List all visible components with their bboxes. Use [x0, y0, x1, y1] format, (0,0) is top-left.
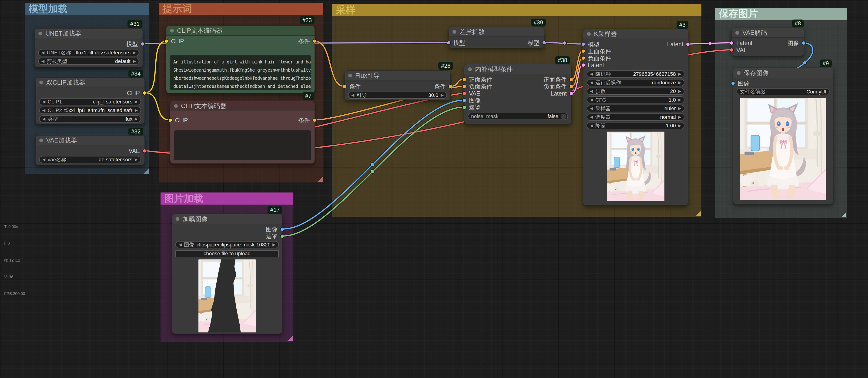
combo-next-icon[interactable]: ▶	[678, 98, 681, 102]
group-sampling-title[interactable]: 采样	[332, 4, 702, 16]
node-differential-diffusion[interactable]: 差异扩散 模型 模型	[448, 27, 545, 48]
conditioning-output-port[interactable]	[448, 84, 453, 89]
latent-output-port[interactable]	[686, 42, 690, 46]
widget-value: 1.0	[669, 97, 676, 103]
combo-next-icon[interactable]: ▶	[678, 115, 681, 119]
node-dual-clip-loader[interactable]: 双CLIP加载器 CLIP ◀ CLIP1 clip_l.safetensors…	[35, 77, 145, 124]
model-input-port[interactable]	[447, 41, 451, 45]
combo-prev-icon[interactable]: ◀	[42, 117, 45, 121]
combo-next-icon[interactable]: ▶	[441, 93, 444, 97]
latent-input-port[interactable]	[581, 63, 585, 67]
vae-output-port[interactable]	[143, 149, 147, 153]
prompt-textarea[interactable]: An illustration of a girl with pink hair…	[170, 55, 311, 90]
filename-prefix-field[interactable]: 文件名前缀 ComfyUI	[737, 88, 830, 95]
vae-input-port[interactable]	[462, 91, 466, 96]
combo-next-icon[interactable]: ▶	[133, 51, 136, 55]
combo-next-icon[interactable]: ▶	[135, 158, 138, 162]
combo-prev-icon[interactable]: ◀	[590, 115, 593, 119]
combo-prev-icon[interactable]: ◀	[41, 51, 44, 55]
node-save-image[interactable]: 保存图像 图像 文件名前缀 ComfyUI	[733, 68, 833, 204]
conditioning-input-port[interactable]	[462, 84, 466, 89]
combo-next-icon[interactable]: ▶	[678, 89, 681, 93]
latent-output-port[interactable]	[569, 91, 574, 96]
image-input-port[interactable]	[731, 81, 735, 85]
image-input-port[interactable]	[462, 98, 466, 103]
node-vae-loader[interactable]: VAE加载器 VAE ◀ vae名称 ae.safetensors ▶	[35, 135, 145, 165]
conditioning-input-port[interactable]	[342, 84, 347, 89]
scheduler-widget[interactable]: ◀ 调度器 normal ▶	[587, 113, 684, 121]
combo-next-icon[interactable]: ▶	[135, 108, 138, 112]
node-flux-guidance[interactable]: Flux引导 条件 条件 ◀ 引导 30.0 ▶	[344, 70, 451, 100]
image-output-port[interactable]	[802, 41, 806, 45]
seed-control-widget[interactable]: ◀ 运行后操作 randomize ▶	[587, 79, 684, 86]
conditioning-input-port[interactable]	[462, 77, 466, 81]
model-output-port[interactable]	[542, 41, 546, 45]
group-prompt-title[interactable]: 提示词	[159, 3, 323, 15]
combo-prev-icon[interactable]: ◀	[590, 72, 593, 76]
combo-prev-icon[interactable]: ◀	[42, 100, 45, 104]
seed-widget[interactable]: ◀ 随机种 279653546627158 ▶	[587, 70, 684, 78]
combo-next-icon[interactable]: ▶	[678, 106, 681, 110]
prompt-textarea[interactable]	[174, 130, 311, 160]
steps-widget[interactable]: ◀ 步数 20 ▶	[587, 88, 684, 95]
cfg-widget[interactable]: ◀ CFG 1.0 ▶	[587, 96, 684, 103]
latent-input-port[interactable]	[730, 41, 734, 45]
combo-next-icon[interactable]: ▶	[135, 117, 138, 121]
conditioning-input-port[interactable]	[581, 49, 585, 53]
node-clip-text-encode-negative[interactable]: CLIP文本编码器 CLIP 条件	[170, 101, 315, 164]
image-output-port[interactable]	[280, 227, 284, 231]
combo-next-icon[interactable]: ▶	[678, 72, 681, 76]
combo-next-icon[interactable]: ▶	[678, 81, 681, 84]
vae-input-port[interactable]	[730, 48, 734, 52]
clip-output-port[interactable]	[143, 91, 147, 95]
group-model-load-title[interactable]: 模型加载	[25, 3, 149, 15]
combo-next-icon[interactable]: ▶	[133, 59, 136, 63]
guidance-widget[interactable]: ◀ 引导 30.0 ▶	[348, 92, 447, 99]
vae-name-widget[interactable]: ◀ vae名称 ae.safetensors ▶	[39, 156, 141, 163]
combo-prev-icon[interactable]: ◀	[351, 93, 354, 97]
image-file-widget[interactable]: ◀ 图像 clipspace/clipspace-mask-10820... ▶	[176, 241, 279, 248]
node-load-image[interactable]: 加载图像 图像 遮罩 ◀ 图像 clipspace/clipspace-mask…	[172, 214, 282, 334]
combo-prev-icon[interactable]: ◀	[41, 59, 44, 63]
clip-type-widget[interactable]: ◀ 类型 flux ▶	[39, 115, 141, 123]
combo-prev-icon[interactable]: ◀	[590, 98, 593, 102]
node-unet-loader[interactable]: UNET加载器 模型 ◀ UNET名称 flux1-fill-dev.safet…	[34, 28, 143, 67]
unet-name-widget[interactable]: ◀ UNET名称 flux1-fill-dev.safetensors ▶	[38, 49, 139, 56]
conditioning-output-port[interactable]	[569, 84, 574, 89]
group-save-image-title[interactable]: 保存图片	[715, 8, 847, 20]
workflow-canvas[interactable]: 模型加载 提示词 采样 保存图片 图片加载	[0, 0, 868, 378]
combo-prev-icon[interactable]: ◀	[590, 106, 593, 110]
combo-prev-icon[interactable]: ◀	[590, 124, 593, 128]
combo-prev-icon[interactable]: ◀	[590, 81, 593, 84]
conditioning-input-port[interactable]	[581, 56, 585, 60]
conditioning-output-port[interactable]	[312, 118, 317, 122]
choose-file-button[interactable]: choose file to upload	[176, 250, 279, 257]
combo-next-icon[interactable]: ▶	[678, 124, 681, 128]
clip-input-port[interactable]	[168, 118, 173, 122]
mask-output-port[interactable]	[280, 234, 284, 238]
clip-input-port[interactable]	[164, 39, 168, 43]
combo-next-icon[interactable]: ▶	[272, 243, 275, 247]
combo-prev-icon[interactable]: ◀	[42, 158, 45, 162]
combo-prev-icon[interactable]: ◀	[42, 108, 45, 112]
toggle-knob-icon[interactable]	[561, 114, 566, 119]
sampler-widget[interactable]: ◀ 采样器 euler ▶	[587, 105, 684, 112]
denoise-widget[interactable]: ◀ 降噪 1.00 ▶	[587, 122, 684, 129]
node-vae-decode[interactable]: VAE解码 Latent 图像 VAE	[732, 28, 804, 56]
clip1-widget[interactable]: ◀ CLIP1 clip_l.safetensors ▶	[39, 98, 141, 105]
mask-input-port[interactable]	[462, 105, 466, 109]
group-image-load-title[interactable]: 图片加载	[160, 193, 293, 205]
model-input-port[interactable]	[581, 42, 585, 46]
combo-next-icon[interactable]: ▶	[135, 100, 138, 104]
node-ksampler[interactable]: K采样器 模型 Latent 正面条件 负面条件 Latent	[583, 29, 688, 206]
combo-prev-icon[interactable]: ◀	[590, 89, 593, 93]
node-clip-text-encode-positive[interactable]: CLIP文本编码器 CLIP 条件 An illustration of a g…	[166, 26, 315, 94]
conditioning-output-port[interactable]	[312, 39, 317, 43]
weight-dtype-widget[interactable]: ◀ 剪枝类型 default ▶	[38, 58, 139, 65]
model-output-port[interactable]	[141, 42, 145, 46]
noise-mask-toggle[interactable]: noise_mask false	[468, 113, 568, 120]
combo-prev-icon[interactable]: ◀	[179, 243, 182, 247]
clip2-widget[interactable]: ◀ CLIP2 t5xxl_fp8_e4m3fn_scaled.safete..…	[39, 107, 141, 114]
conditioning-output-port[interactable]	[569, 77, 574, 81]
node-inpaint-model-conditioning[interactable]: 内补模型条件 正面条件 正面条件 负面条件 负面条件 VAE Latent	[464, 64, 571, 124]
